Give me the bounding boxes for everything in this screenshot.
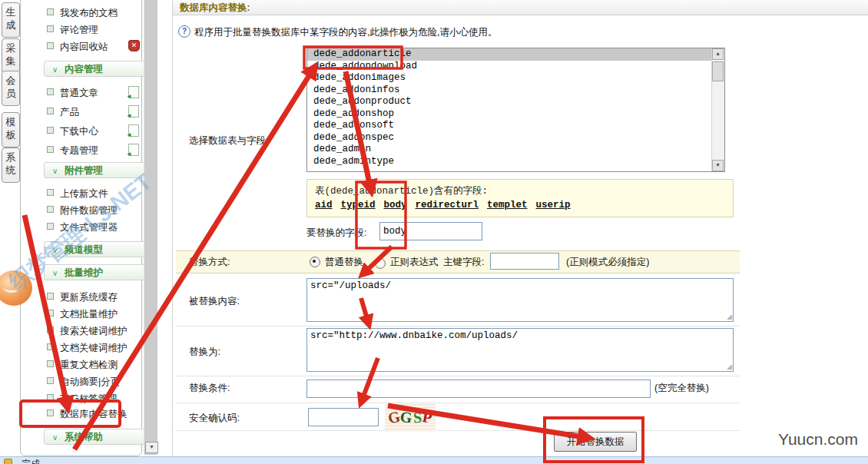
- sidebar-section-channel-model[interactable]: ∨频道模型: [44, 241, 156, 257]
- sidebar-item-comments[interactable]: 评论管理: [47, 24, 98, 36]
- field-link-userip[interactable]: userip: [536, 200, 571, 210]
- listbox-option[interactable]: dede_addonproduct: [307, 96, 724, 108]
- sidebar-item-label: 文档关键词维护: [60, 343, 128, 353]
- sidebar-item-doc-batch[interactable]: 文档批量维护: [47, 308, 118, 320]
- sidebar-item-downloads[interactable]: 下载中心: [47, 125, 98, 138]
- sidebar-item-my-docs[interactable]: 我发布的文档: [47, 7, 118, 19]
- sidebar-item-label: 文件式管理器: [60, 222, 118, 233]
- radio-normal-replace[interactable]: [310, 257, 320, 267]
- nav-tab-system[interactable]: 系统: [2, 147, 20, 183]
- sidebar-item-db-replace[interactable]: 数据库内容替换: [47, 408, 128, 420]
- listbox-option[interactable]: dede_addonspec: [307, 132, 724, 144]
- scroll-down-icon[interactable]: ▼: [712, 160, 724, 171]
- bullet-icon: [47, 189, 54, 196]
- sidebar-item-articles[interactable]: 普通文章: [47, 87, 98, 99]
- resize-handle-icon[interactable]: ◢: [727, 363, 732, 370]
- doc-move-icon[interactable]: [128, 105, 139, 118]
- target-textarea[interactable]: src="http://www.dnbaike.com/uploads/: [306, 328, 734, 372]
- sidebar-item-file-manager[interactable]: 文件式管理器: [47, 221, 118, 234]
- key-field-label: 主键字段:: [443, 256, 484, 269]
- radio-regex-replace[interactable]: [375, 258, 386, 269]
- sidebar-item-search-keywords[interactable]: 搜索关键词维护: [47, 325, 128, 337]
- doc-move-icon[interactable]: [128, 86, 139, 98]
- field-link-body[interactable]: body: [384, 200, 407, 210]
- doc-move-icon[interactable]: [128, 144, 139, 156]
- page-title-bar: 数据库内容替换:: [173, 0, 868, 15]
- captcha-input[interactable]: [308, 408, 379, 426]
- nav-tab-member[interactable]: 会员: [2, 71, 20, 106]
- sidebar-item-doc-keywords[interactable]: 文档关键词维护: [47, 342, 128, 354]
- listbox-option[interactable]: dede_admintype: [307, 156, 724, 168]
- listbox-option[interactable]: dede_addonimages: [307, 72, 724, 85]
- field-link-templet[interactable]: templet: [487, 200, 528, 210]
- warning-text: 程序用于批量替换数据库中某字段的内容,此操作极为危险,请小心使用。: [194, 26, 497, 39]
- divider: [176, 273, 740, 273]
- field-link-aid[interactable]: aid: [315, 200, 333, 210]
- listbox-option-selected[interactable]: dede_addonarticle: [307, 48, 724, 61]
- doc-move-icon[interactable]: [128, 124, 139, 137]
- sidebar-section-help[interactable]: ∨系统帮助: [44, 429, 156, 445]
- field-link-typeid[interactable]: typeid: [341, 200, 376, 210]
- radio-regex-label: 正则表达式: [390, 256, 439, 269]
- nav-tab-template[interactable]: 模板: [2, 112, 20, 147]
- replace-field-input[interactable]: [379, 222, 482, 240]
- sidebar-item-tag-manage[interactable]: TAG标签管理: [47, 393, 118, 405]
- sidebar-section-batch-maintain[interactable]: ∨批量维护: [44, 264, 156, 280]
- bullet-icon: [47, 88, 54, 95]
- nav-tab-label: 生成: [2, 5, 19, 31]
- sidebar-item-auto-summary[interactable]: 自动摘要|分页: [47, 376, 120, 388]
- bullet-icon: [47, 206, 54, 213]
- chevron-down-icon: ∨: [52, 429, 58, 446]
- chevron-down-icon: ∨: [52, 163, 58, 179]
- sidebar-item-upload[interactable]: 上传新文件: [47, 187, 108, 200]
- dedecms-admin-window: 生成 采集 会员 模板 系统 我发布的文档 评论管理 内容回收站 ✕ ∨内容管理…: [0, 0, 868, 464]
- sidebar-section-label: 内容管理: [65, 64, 103, 75]
- source-textarea[interactable]: src="/uploads/: [306, 278, 734, 322]
- listbox-option[interactable]: dede_admin: [307, 144, 724, 156]
- divider: [176, 250, 740, 251]
- sidebar-scrollbar[interactable]: ▼: [144, 0, 157, 455]
- captcha-char: P: [420, 403, 435, 431]
- sidebar-item-products[interactable]: 产品: [47, 106, 79, 118]
- sidebar-item-update-cache[interactable]: 更新系统缓存: [47, 291, 118, 303]
- recycle-shield-icon: ✕: [128, 40, 140, 51]
- sidebar-item-label: 数据库内容替换: [60, 409, 128, 419]
- sidebar-item-label: 产品: [60, 107, 79, 118]
- listbox-option[interactable]: dede_addondownload: [307, 61, 724, 73]
- condition-input[interactable]: [306, 379, 651, 398]
- sidebar-item-label: 重复文档检测: [60, 360, 118, 370]
- bullet-icon: [47, 108, 54, 114]
- field-link-redirecturl[interactable]: redirecturl: [416, 200, 479, 210]
- captcha-label: 安全确认码:: [189, 412, 240, 425]
- start-replace-button[interactable]: 开始替换数据: [554, 432, 637, 452]
- sidebar-item-recycle[interactable]: 内容回收站: [47, 41, 108, 53]
- bullet-icon: [47, 409, 54, 416]
- sidebar-section-attachments[interactable]: ∨附件管理: [44, 162, 156, 178]
- bullet-icon: [47, 293, 54, 300]
- scrollbar-thumb[interactable]: [712, 61, 724, 81]
- sidebar-panel: 我发布的文档 评论管理 内容回收站 ✕ ∨内容管理 普通文章 产品 下载中心 专…: [20, 0, 142, 456]
- sidebar-item-topics[interactable]: 专题管理: [47, 144, 98, 157]
- resize-handle-icon[interactable]: ◢: [727, 313, 732, 320]
- nav-tab-generate[interactable]: 生成: [2, 2, 20, 38]
- listbox-option[interactable]: dede_addonsoft: [307, 120, 724, 132]
- key-field-input[interactable]: [490, 253, 559, 270]
- bullet-icon: [47, 127, 54, 134]
- sidebar-item-label: 更新系统缓存: [60, 292, 118, 303]
- listbox-option[interactable]: dede_addoninfos: [307, 85, 724, 97]
- bullet-icon: [47, 223, 54, 230]
- sidebar-section-content[interactable]: ∨内容管理: [44, 61, 156, 77]
- scroll-up-icon[interactable]: ▲: [712, 48, 724, 60]
- table-select-label: 选择数据表与字段:: [189, 134, 268, 147]
- scroll-down-icon[interactable]: ▼: [145, 442, 158, 453]
- main-content: 数据库内容替换: ? 程序用于批量替换数据库中某字段的内容,此操作极为危险,请小…: [172, 0, 868, 457]
- listbox-scrollbar[interactable]: ▲ ▼: [711, 48, 724, 171]
- sidebar-item-dup-check[interactable]: 重复文档检测: [47, 359, 118, 371]
- listbox-option[interactable]: dede_addonshop: [307, 108, 724, 121]
- status-bar: 完成: [0, 456, 868, 464]
- sidebar-section-label: 频道模型: [65, 244, 103, 255]
- bullet-icon: [47, 326, 54, 333]
- sidebar-item-attachment-data[interactable]: 附件数据管理: [47, 204, 118, 217]
- nav-tab-collect[interactable]: 采集: [2, 38, 20, 74]
- table-listbox[interactable]: dede_addonarticle dede_addondownload ded…: [306, 48, 725, 172]
